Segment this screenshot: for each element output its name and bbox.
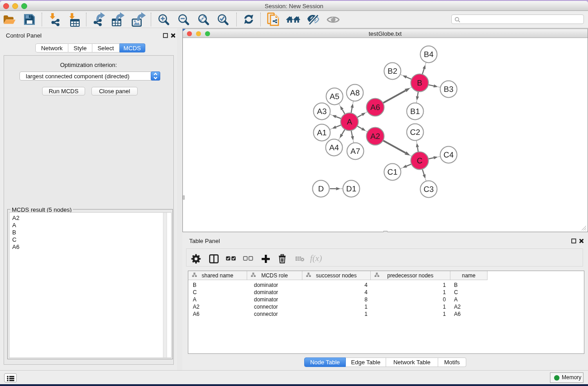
svg-text:B2: B2	[387, 67, 397, 76]
svg-text:A6: A6	[370, 103, 380, 112]
svg-text:D: D	[318, 184, 324, 193]
svg-text:C2: C2	[410, 128, 420, 137]
svg-text:A: A	[347, 117, 352, 126]
svg-text:C1: C1	[387, 167, 397, 176]
svg-text:C4: C4	[444, 150, 454, 159]
svg-text:C: C	[417, 156, 423, 165]
svg-text:A7: A7	[350, 147, 360, 156]
svg-text:B3: B3	[444, 85, 453, 94]
svg-text:B4: B4	[424, 50, 434, 59]
svg-text:D1: D1	[346, 184, 356, 193]
svg-text:A5: A5	[330, 92, 339, 101]
svg-text:A4: A4	[329, 143, 339, 152]
svg-text:C3: C3	[424, 185, 434, 194]
svg-text:A2: A2	[370, 132, 380, 141]
svg-text:A1: A1	[317, 128, 326, 137]
svg-text:B: B	[417, 78, 422, 87]
svg-text:A3: A3	[317, 107, 326, 116]
svg-text:A8: A8	[350, 88, 359, 97]
svg-text:B1: B1	[410, 107, 420, 116]
